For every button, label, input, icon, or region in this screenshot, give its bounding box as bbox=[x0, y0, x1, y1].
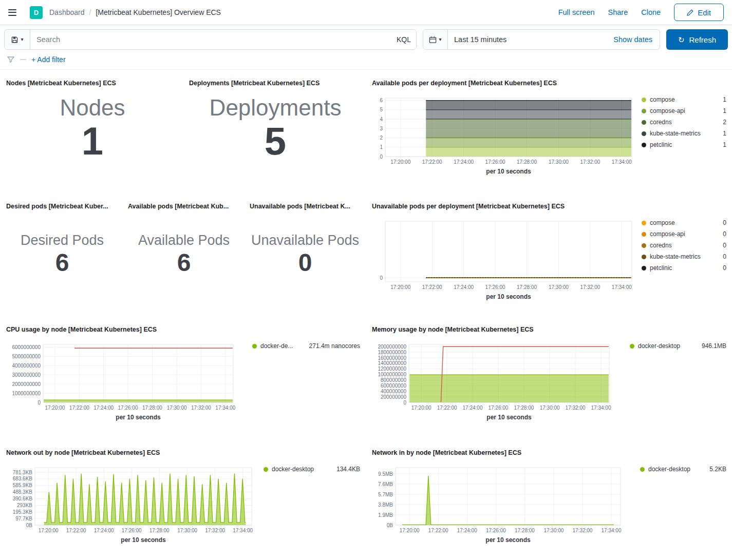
filter-icon[interactable] bbox=[7, 55, 15, 64]
available-pods-per-deployment-chart[interactable]: 17:20:0017:22:0017:24:0017:26:0017:28:00… bbox=[372, 91, 637, 175]
legend-item[interactable]: docker-desktop946.1MB bbox=[630, 342, 726, 350]
panel-deployments: Deployments [Metricbeat Kubernetes] ECS … bbox=[185, 76, 366, 196]
legend-item[interactable]: coredns0 bbox=[642, 242, 726, 249]
refresh-button-label: Refresh bbox=[689, 35, 717, 44]
panel-network-out: Network out by node [Metricbeat Kubernet… bbox=[2, 446, 364, 558]
saved-query-button[interactable]: ▾ bbox=[5, 30, 30, 49]
svg-text:17:20:00: 17:20:00 bbox=[390, 284, 410, 290]
share-link[interactable]: Share bbox=[608, 8, 628, 16]
query-bar: ▾ KQL ▾ Last 15 minutes Show dates ↻ Ref… bbox=[0, 25, 732, 54]
date-picker: ▾ Last 15 minutes Show dates bbox=[423, 29, 660, 50]
svg-text:17:34:00: 17:34:00 bbox=[612, 284, 632, 290]
legend-color-dot bbox=[264, 467, 268, 472]
search-input[interactable] bbox=[30, 30, 391, 49]
metric-value: 5 bbox=[189, 122, 362, 161]
svg-text:17:22:00: 17:22:00 bbox=[422, 159, 442, 165]
metric-label: Deployments bbox=[189, 95, 362, 121]
chart-legend: compose1compose-api1coredns2kube-state-m… bbox=[642, 91, 726, 148]
search-group: ▾ KQL bbox=[4, 29, 417, 50]
memory-usage-by-node-plot: 17:20:0017:22:0017:24:0017:26:0017:28:00… bbox=[372, 337, 614, 421]
svg-text:683.6KB: 683.6KB bbox=[13, 476, 33, 481]
legend-color-dot bbox=[642, 109, 646, 113]
svg-text:17:28:00: 17:28:00 bbox=[517, 159, 537, 165]
refresh-icon: ↻ bbox=[678, 36, 685, 44]
svg-text:488.3KB: 488.3KB bbox=[13, 489, 33, 495]
svg-text:17:32:00: 17:32:00 bbox=[566, 405, 586, 411]
svg-text:400000000: 400000000 bbox=[381, 389, 406, 394]
panel-title: Available pods [Metricbeat Kub... bbox=[128, 203, 240, 210]
panel-title: Memory usage by node [Metricbeat Kuberne… bbox=[372, 326, 726, 333]
panel-nodes: Nodes [Metricbeat Kubernetes] ECS Nodes … bbox=[2, 76, 183, 196]
svg-text:390.6KB: 390.6KB bbox=[13, 496, 33, 501]
svg-text:585.9KB: 585.9KB bbox=[13, 482, 33, 488]
chevron-down-icon: ▾ bbox=[439, 37, 441, 42]
svg-text:17:28:00: 17:28:00 bbox=[142, 405, 162, 411]
svg-text:17:26:00: 17:26:00 bbox=[488, 405, 508, 411]
legend-item[interactable]: kube-state-metrics0 bbox=[642, 253, 726, 260]
legend-series-value: 2 bbox=[718, 119, 726, 126]
full-screen-link[interactable]: Full screen bbox=[558, 8, 595, 16]
show-dates-link[interactable]: Show dates bbox=[606, 35, 660, 44]
refresh-button[interactable]: ↻ Refresh bbox=[666, 29, 728, 50]
svg-text:3000000000: 3000000000 bbox=[12, 372, 41, 378]
legend-item[interactable]: compose-api0 bbox=[642, 230, 726, 238]
legend-item[interactable]: kube-state-metrics1 bbox=[642, 130, 726, 137]
network-in-by-node-plot: 17:20:0017:22:0017:24:0017:26:0017:28:00… bbox=[372, 460, 626, 544]
svg-text:17:28:00: 17:28:00 bbox=[515, 528, 535, 533]
svg-text:1600000000: 1600000000 bbox=[378, 355, 406, 361]
svg-text:17:20:00: 17:20:00 bbox=[411, 405, 431, 411]
legend-color-dot bbox=[642, 255, 646, 259]
legend-item[interactable]: compose0 bbox=[642, 219, 726, 226]
legend-item[interactable]: petclinic1 bbox=[642, 141, 726, 148]
svg-text:0: 0 bbox=[403, 400, 406, 405]
memory-usage-chart[interactable]: 17:20:0017:22:0017:24:0017:26:0017:28:00… bbox=[372, 337, 614, 421]
legend-item[interactable]: compose1 bbox=[642, 96, 726, 103]
svg-text:293KB: 293KB bbox=[17, 503, 32, 508]
legend-item[interactable]: docker-de...271.4m nanocores bbox=[252, 342, 360, 350]
svg-text:200000000: 200000000 bbox=[381, 394, 406, 400]
time-range-button[interactable]: Last 15 minutes bbox=[448, 35, 606, 44]
legend-color-dot bbox=[642, 221, 646, 225]
calendar-button[interactable]: ▾ bbox=[423, 30, 448, 49]
svg-text:1200000000: 1200000000 bbox=[378, 366, 406, 372]
svg-text:600000000: 600000000 bbox=[381, 383, 406, 389]
add-filter-link[interactable]: + Add filter bbox=[31, 55, 66, 64]
svg-text:17:28:00: 17:28:00 bbox=[149, 528, 170, 533]
network-in-chart[interactable]: 17:20:0017:22:0017:24:0017:26:0017:28:00… bbox=[372, 460, 626, 544]
svg-text:17:26:00: 17:26:00 bbox=[485, 284, 505, 290]
space-avatar[interactable]: D bbox=[30, 6, 43, 19]
svg-text:1: 1 bbox=[380, 144, 383, 150]
kql-button[interactable]: KQL bbox=[391, 30, 416, 49]
svg-text:17:34:00: 17:34:00 bbox=[215, 405, 235, 411]
svg-text:17:20:00: 17:20:00 bbox=[400, 528, 420, 533]
unavailable-pods-per-deployment-chart[interactable]: 17:20:0017:22:0017:24:0017:26:0017:28:00… bbox=[372, 214, 637, 300]
svg-text:0B: 0B bbox=[26, 523, 33, 528]
svg-text:17:26:00: 17:26:00 bbox=[485, 159, 505, 165]
legend-series-value: 0 bbox=[718, 219, 726, 226]
svg-text:4000000000: 4000000000 bbox=[12, 363, 41, 369]
svg-text:17:30:00: 17:30:00 bbox=[177, 528, 197, 533]
svg-text:4: 4 bbox=[380, 117, 383, 122]
svg-text:195.3KB: 195.3KB bbox=[13, 509, 33, 515]
legend-item[interactable]: petclinic0 bbox=[642, 264, 726, 272]
network-out-chart[interactable]: 17:20:0017:22:0017:24:0017:26:0017:28:00… bbox=[6, 460, 257, 544]
menu-icon[interactable] bbox=[0, 0, 25, 25]
legend-color-dot bbox=[642, 266, 646, 271]
metric-label: Nodes bbox=[6, 95, 179, 121]
legend-color-dot bbox=[642, 98, 646, 102]
svg-text:17:20:00: 17:20:00 bbox=[390, 159, 410, 165]
legend-item[interactable]: docker-desktop134.4KB bbox=[264, 466, 360, 473]
cpu-usage-chart[interactable]: 17:20:0017:22:0017:24:0017:26:0017:28:00… bbox=[6, 337, 238, 421]
svg-text:17:30:00: 17:30:00 bbox=[549, 284, 569, 290]
chart-legend: docker-desktop134.4KB bbox=[264, 460, 360, 473]
legend-item[interactable]: coredns2 bbox=[642, 119, 726, 126]
svg-text:17:24:00: 17:24:00 bbox=[454, 159, 474, 165]
breadcrumb-dashboard[interactable]: Dashboard bbox=[49, 8, 85, 16]
svg-text:17:22:00: 17:22:00 bbox=[428, 528, 448, 533]
legend-item[interactable]: docker-desktop5.2KB bbox=[640, 466, 726, 473]
chart-legend: compose0compose-api0coredns0kube-state-m… bbox=[642, 214, 726, 272]
edit-button[interactable]: Edit bbox=[674, 4, 724, 21]
breadcrumb-current: [Metricbeat Kubernetes] Overview ECS bbox=[96, 8, 221, 16]
legend-item[interactable]: compose-api1 bbox=[642, 107, 726, 114]
clone-link[interactable]: Clone bbox=[641, 8, 661, 16]
